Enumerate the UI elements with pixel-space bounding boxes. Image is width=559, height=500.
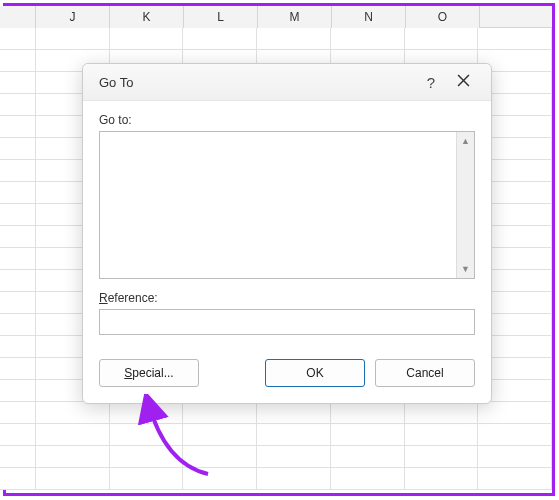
cell[interactable]: [257, 28, 331, 50]
cell[interactable]: [0, 380, 36, 402]
scroll-up-icon[interactable]: ▲: [457, 132, 474, 150]
cell[interactable]: [0, 94, 36, 116]
cell[interactable]: [0, 160, 36, 182]
reference-label: Reference:: [99, 291, 475, 305]
ok-button[interactable]: OK: [265, 359, 365, 387]
cell[interactable]: [0, 468, 36, 490]
cell[interactable]: [257, 424, 331, 446]
cell[interactable]: [478, 424, 552, 446]
cell[interactable]: [0, 226, 36, 248]
cell[interactable]: [183, 468, 257, 490]
cell[interactable]: [36, 402, 110, 424]
column-header[interactable]: I: [0, 6, 36, 28]
close-icon[interactable]: [447, 73, 479, 91]
reference-input[interactable]: [99, 309, 475, 335]
cell[interactable]: [36, 446, 110, 468]
cell[interactable]: [0, 72, 36, 94]
cell[interactable]: [0, 204, 36, 226]
cell[interactable]: [0, 248, 36, 270]
cell[interactable]: [0, 292, 36, 314]
goto-listbox[interactable]: ▲ ▼: [99, 131, 475, 279]
cell[interactable]: [0, 402, 36, 424]
cell[interactable]: [183, 402, 257, 424]
column-header[interactable]: J: [36, 6, 110, 28]
cell[interactable]: [0, 358, 36, 380]
cell[interactable]: [183, 28, 257, 50]
column-header[interactable]: O: [406, 6, 480, 28]
cell[interactable]: [331, 468, 405, 490]
cell[interactable]: [110, 424, 184, 446]
cell[interactable]: [36, 28, 110, 50]
cell[interactable]: [257, 468, 331, 490]
cell[interactable]: [0, 50, 36, 72]
cell[interactable]: [257, 446, 331, 468]
cell[interactable]: [183, 424, 257, 446]
cell[interactable]: [257, 402, 331, 424]
cell[interactable]: [405, 402, 479, 424]
goto-dialog: Go To ? Go to: ▲ ▼ Reference: Special...…: [82, 63, 492, 404]
column-header[interactable]: M: [258, 6, 332, 28]
cell[interactable]: [0, 446, 36, 468]
cell[interactable]: [331, 446, 405, 468]
cell[interactable]: [331, 424, 405, 446]
scroll-down-icon[interactable]: ▼: [457, 260, 474, 278]
cell[interactable]: [0, 116, 36, 138]
column-header[interactable]: N: [332, 6, 406, 28]
cell[interactable]: [405, 424, 479, 446]
column-header[interactable]: L: [184, 6, 258, 28]
dialog-title: Go To: [99, 75, 415, 90]
cell[interactable]: [110, 468, 184, 490]
cell[interactable]: [0, 138, 36, 160]
cell[interactable]: [0, 336, 36, 358]
cell[interactable]: [0, 270, 36, 292]
column-headers-row: I J K L M N O: [0, 6, 552, 28]
help-icon[interactable]: ?: [415, 74, 447, 91]
cell[interactable]: [0, 28, 36, 50]
cell[interactable]: [110, 28, 184, 50]
cell[interactable]: [0, 182, 36, 204]
cell[interactable]: [331, 28, 405, 50]
cell[interactable]: [110, 402, 184, 424]
cell[interactable]: [36, 468, 110, 490]
goto-label: Go to:: [99, 113, 475, 127]
cell[interactable]: [478, 468, 552, 490]
cell[interactable]: [0, 314, 36, 336]
cell[interactable]: [405, 446, 479, 468]
column-header[interactable]: K: [110, 6, 184, 28]
cell[interactable]: [478, 28, 552, 50]
cell[interactable]: [478, 446, 552, 468]
dialog-titlebar[interactable]: Go To ?: [83, 64, 491, 101]
cell[interactable]: [183, 446, 257, 468]
cell[interactable]: [405, 468, 479, 490]
special-button[interactable]: Special...: [99, 359, 199, 387]
cell[interactable]: [478, 402, 552, 424]
cell[interactable]: [36, 424, 110, 446]
cancel-button[interactable]: Cancel: [375, 359, 475, 387]
cell[interactable]: [405, 28, 479, 50]
cell[interactable]: [0, 424, 36, 446]
cell[interactable]: [110, 446, 184, 468]
scrollbar[interactable]: ▲ ▼: [456, 132, 474, 278]
cell[interactable]: [331, 402, 405, 424]
